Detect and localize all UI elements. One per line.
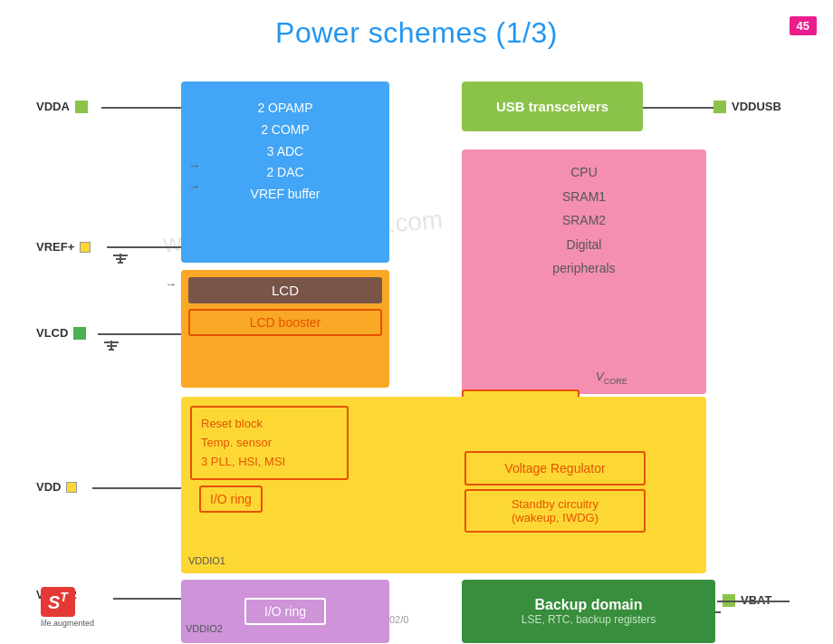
- vddusb-label: VDDUSB: [713, 100, 781, 113]
- lcd-inner: → LCD: [188, 277, 382, 303]
- vddio2-inner-label: VDDIO2: [186, 623, 223, 634]
- io-ring-1-label: I/O ring: [210, 492, 252, 506]
- analog-block: 2 OPAMP 2 COMP 3 ADC 2 DAC VREF buffer →…: [181, 82, 389, 263]
- vdda-line: [101, 107, 181, 109]
- analog-item-5: VREF buffer: [190, 184, 380, 206]
- io-ring-1-box: I/O ring: [199, 485, 263, 513]
- standby-label: Standby circuitry(wakeup, IWDG): [512, 497, 598, 524]
- reset-line3: 3 PLL, HSI, MSI: [201, 453, 338, 472]
- digital-items: CPU SRAM1 SRAM2 Digitalperipherals: [473, 160, 695, 281]
- vlcd-label: VLCD: [36, 326, 86, 340]
- vdda-label: VDDA: [36, 100, 88, 113]
- reset-line2: Temp. sensor: [201, 434, 338, 453]
- backup-title: Backup domain: [534, 597, 642, 613]
- analog-item-4: 2 DAC: [190, 162, 380, 184]
- reset-block: Reset block Temp. sensor 3 PLL, HSI, MSI: [190, 406, 349, 480]
- vddusb-dot: [713, 101, 726, 113]
- vbat-line2: [715, 611, 721, 613]
- lcd-booster-label: LCD booster: [250, 315, 321, 330]
- digital-block: CPU SRAM1 SRAM2 Digitalperipherals: [462, 149, 706, 394]
- analog-items: 2 OPAMP 2 COMP 3 ADC 2 DAC VREF buffer: [190, 98, 380, 206]
- st-logo-area: ST life.augmented: [41, 587, 113, 628]
- vlcd-dot: [73, 327, 86, 340]
- analog-item-3: 3 ADC: [190, 141, 380, 163]
- reset-line1: Reset block: [201, 415, 338, 434]
- vdda-dot: [75, 101, 88, 113]
- vref-label: VREF+: [36, 240, 91, 254]
- sram2-item: SRAM2: [473, 208, 695, 233]
- analog-item-2: 2 COMP: [190, 120, 380, 141]
- voltage-regulator: Voltage Regulator: [464, 451, 646, 485]
- sram1-item: SRAM1: [473, 185, 695, 209]
- usb-block: USB transceivers: [462, 82, 643, 131]
- voltage-reg-label: Voltage Regulator: [504, 461, 605, 476]
- vref-text: VREF+: [36, 240, 74, 254]
- lcd-booster: LCD booster: [188, 309, 382, 336]
- standby-box: Standby circuitry(wakeup, IWDG): [464, 489, 646, 533]
- lcd-label: LCD: [272, 283, 299, 298]
- io-ring-2-label: I/O ring: [264, 604, 306, 619]
- usb-label: USB transceivers: [496, 99, 608, 114]
- st-logo: ST: [41, 587, 75, 617]
- analog-item-1: 2 OPAMP: [190, 98, 380, 120]
- vref-line: [107, 246, 181, 248]
- vddusb-line: [643, 107, 715, 109]
- date-label: 02/0: [389, 614, 408, 625]
- vddusb-text: VDDUSB: [732, 100, 781, 113]
- page-title: Power schemes (1/3): [0, 0, 833, 50]
- lcd-block: → LCD LCD booster: [181, 270, 389, 388]
- vlcd-line: [98, 333, 181, 335]
- vlcd-ground: [104, 341, 119, 351]
- digital-periph-item: Digitalperipherals: [473, 233, 695, 281]
- page-number: 45: [790, 16, 817, 35]
- vref-ground: [113, 254, 128, 264]
- vbat-line: [717, 601, 790, 602]
- vcore-label: VCORE: [596, 368, 627, 386]
- io-ring-2-box: I/O ring: [244, 598, 326, 625]
- vdd-line: [92, 487, 181, 489]
- vddio1-label: VDDIO1: [188, 555, 225, 566]
- vdd-text: VDD: [36, 480, 61, 494]
- cpu-item: CPU: [473, 160, 695, 185]
- diagram: VDDA VREF+ VLCD VDD VDDIO2: [36, 72, 797, 625]
- vdda-text: VDDA: [36, 100, 70, 113]
- vddio2-line: [113, 598, 181, 600]
- vdd-label: VDD: [36, 480, 77, 494]
- backup-subtitle: LSE, RTC, backup registers: [522, 613, 656, 626]
- vlcd-text: VLCD: [36, 326, 68, 340]
- vref-dot: [80, 242, 91, 253]
- backup-block: Backup domain LSE, RTC, backup registers: [462, 580, 715, 643]
- vdd-dot: [66, 482, 77, 493]
- st-tagline: life.augmented: [41, 619, 113, 628]
